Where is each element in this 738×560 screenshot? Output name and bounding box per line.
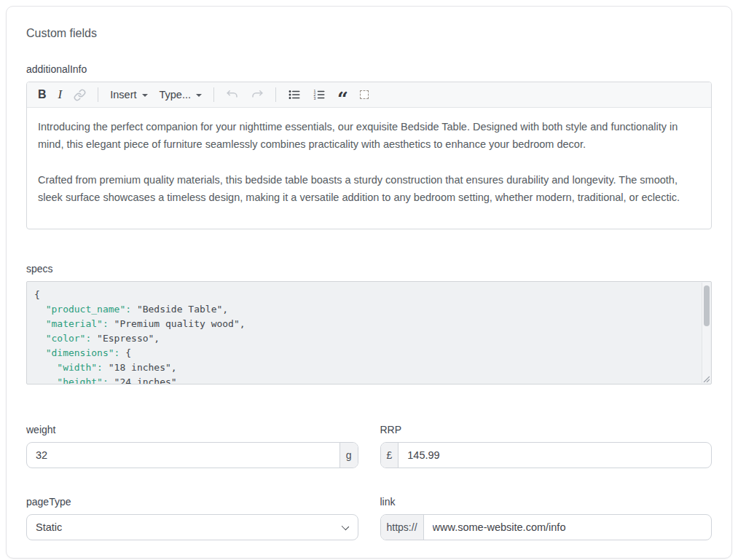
specs-code-line: "dimensions": { xyxy=(34,346,702,360)
rrp-field-group: RRP £ xyxy=(380,424,713,468)
toolbar-divider xyxy=(98,87,98,102)
rich-text-editor: B I Insert Type... xyxy=(26,82,712,229)
toolbar-divider xyxy=(275,87,276,102)
chevron-down-icon xyxy=(142,94,148,97)
pagetype-label: pageType xyxy=(26,496,358,508)
blockquote-button[interactable]: “ xyxy=(332,84,353,105)
insert-dropdown[interactable]: Insert xyxy=(105,84,152,105)
rrp-input-group: £ xyxy=(380,442,713,468)
link-protocol-addon: https:// xyxy=(381,515,424,540)
link-input-group: https:// xyxy=(380,514,713,540)
specs-code-line: "material": "Premium quality wood", xyxy=(34,317,702,331)
custom-fields-grid: weight g RRP £ pageType Static link xyxy=(26,424,712,540)
custom-fields-card: Custom fields additionalInfo B I Insert … xyxy=(6,6,732,559)
editor-paragraph: Introducing the perfect companion for yo… xyxy=(38,118,700,153)
rrp-currency-addon: £ xyxy=(381,443,399,468)
blockquote-icon: “ xyxy=(337,87,348,103)
link-field-group: link https:// xyxy=(380,496,713,540)
weight-input[interactable] xyxy=(27,443,339,468)
numbered-list-button[interactable]: 1 2 3 xyxy=(307,84,331,105)
weight-unit-addon: g xyxy=(339,443,358,468)
italic-button[interactable]: I xyxy=(53,84,68,105)
specs-code-line: { xyxy=(34,288,702,302)
redo-button[interactable] xyxy=(246,84,269,105)
additionalinfo-label: additionalInfo xyxy=(26,63,712,75)
link-button[interactable] xyxy=(68,84,91,105)
editor-content-area[interactable]: Introducing the perfect companion for yo… xyxy=(27,108,711,229)
specs-code-line: "product_name": "Bedside Table", xyxy=(34,302,702,317)
bold-button[interactable]: B xyxy=(33,84,52,105)
pagetype-field-group: pageType Static xyxy=(26,496,358,540)
numbered-list-icon: 1 2 3 xyxy=(313,88,326,101)
weight-input-group: g xyxy=(26,442,358,468)
rrp-input[interactable] xyxy=(399,443,711,468)
dashed-square-icon xyxy=(360,90,369,99)
weight-field-group: weight g xyxy=(26,424,358,468)
weight-label: weight xyxy=(26,424,358,435)
undo-icon xyxy=(226,88,239,101)
specs-code-line: "height": "24 inches" xyxy=(34,375,702,384)
specs-label: specs xyxy=(26,263,712,275)
page-title: Custom fields xyxy=(26,27,712,40)
pagetype-select[interactable]: Static xyxy=(26,514,358,540)
bullet-list-icon xyxy=(288,88,301,101)
toolbar-divider xyxy=(213,87,214,102)
svg-text:3: 3 xyxy=(314,96,316,100)
redo-icon xyxy=(251,88,264,101)
specs-scrollbar[interactable] xyxy=(702,283,710,383)
specs-code-line: "width": "18 inches", xyxy=(34,360,702,375)
resize-grip-icon[interactable] xyxy=(702,375,710,382)
editor-toolbar: B I Insert Type... xyxy=(27,82,711,108)
specs-code-line: "color": "Espresso", xyxy=(34,331,702,346)
chevron-down-icon xyxy=(196,94,202,97)
rrp-label: RRP xyxy=(380,424,713,435)
link-icon xyxy=(74,89,86,101)
pagetype-select-wrap: Static xyxy=(26,514,358,540)
specs-code-textarea[interactable]: { "product_name": "Bedside Table", "mate… xyxy=(26,281,712,384)
undo-button[interactable] xyxy=(221,84,244,105)
editor-paragraph: Crafted from premium quality materials, … xyxy=(38,171,700,206)
link-input[interactable] xyxy=(424,515,711,540)
code-block-button[interactable] xyxy=(355,84,374,105)
specs-code-content: { "product_name": "Bedside Table", "mate… xyxy=(27,282,711,384)
link-label: link xyxy=(380,496,713,508)
scrollbar-thumb[interactable] xyxy=(704,285,710,326)
bullet-list-button[interactable] xyxy=(283,84,306,105)
type-dropdown[interactable]: Type... xyxy=(154,84,208,105)
